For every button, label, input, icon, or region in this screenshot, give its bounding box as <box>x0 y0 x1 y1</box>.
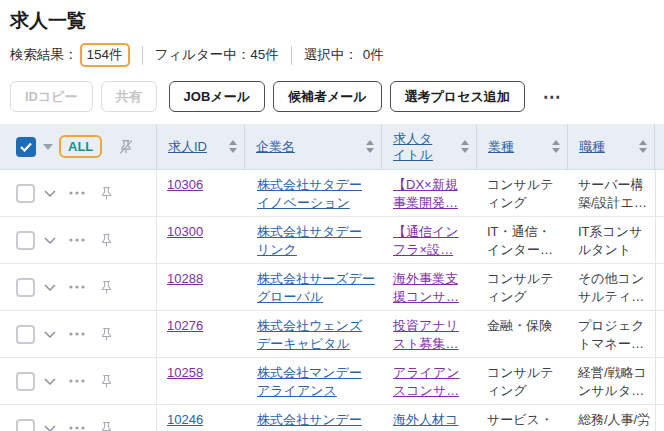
industry-cell: コンサルティング <box>477 170 568 216</box>
company-link[interactable]: 株式会社マンデーアライアンス <box>257 365 362 398</box>
share-button[interactable]: 共有 <box>101 81 157 112</box>
company-link[interactable]: 株式会社サーズデーグローバル <box>257 271 375 304</box>
candidate-mail-button[interactable]: 候補者メール <box>273 81 382 112</box>
column-header-link[interactable]: 求人タイトル <box>393 131 439 163</box>
column-header-link[interactable]: 業種 <box>488 139 514 155</box>
column-header-link[interactable]: 職種 <box>579 139 605 155</box>
row-checkbox[interactable] <box>16 325 35 344</box>
next-column-edge <box>655 170 664 216</box>
chevron-down-icon[interactable] <box>44 284 56 291</box>
job-type-cell: 総務/人事/労務/教育 <box>568 405 655 431</box>
more-icon[interactable] <box>69 238 85 242</box>
job-id-link[interactable]: 10258 <box>167 365 203 380</box>
more-actions-button[interactable]: ⋯ <box>539 92 566 102</box>
industry-cell: 金融・保険 <box>477 311 568 357</box>
industry-cell: サービス・レジャー <box>477 405 568 431</box>
table-row: 10258 株式会社マンデーアライアンス アライアンスコンサ… コンサルティング… <box>0 358 664 405</box>
job-table: ALL 求人ID 企業名 求人タイトル 業種 職種 <box>0 124 664 431</box>
table-row: 10300 株式会社サタデーリンク 【通信インフラ×設… IT・通信・インター…… <box>0 217 664 264</box>
sort-icon[interactable] <box>639 140 647 153</box>
job-mail-button[interactable]: JOBメール <box>169 81 265 112</box>
sort-icon[interactable] <box>229 140 237 153</box>
pin-icon[interactable] <box>98 232 115 249</box>
selected-count: 0件 <box>363 46 384 64</box>
table-row: 10306 株式会社サタデーイノベーション 【DX×新規事業開発… コンサルティ… <box>0 170 664 217</box>
row-checkbox[interactable] <box>16 372 35 391</box>
select-all-scope-button[interactable]: ALL <box>59 135 102 158</box>
job-id-link[interactable]: 10276 <box>167 318 203 333</box>
pin-icon[interactable] <box>98 326 115 343</box>
next-column-edge <box>655 217 664 263</box>
next-column-edge <box>655 405 664 431</box>
add-selection-process-button[interactable]: 選考プロセス追加 <box>390 81 525 112</box>
next-column-edge <box>655 311 664 357</box>
job-title-link[interactable]: 【DX×新規事業開発… <box>393 177 458 210</box>
job-id-link[interactable]: 10300 <box>167 224 203 239</box>
column-header-job-id: 求人ID <box>157 124 245 169</box>
column-header-link[interactable]: 企業名 <box>256 139 295 155</box>
row-controls <box>0 311 157 357</box>
job-type-cell: IT系コンサルタント <box>568 217 655 263</box>
company-link[interactable]: 株式会社サタデーリンク <box>257 224 362 257</box>
company-link[interactable]: 株式会社サタデーイノベーション <box>257 177 362 210</box>
industry-cell: コンサルティング <box>477 264 568 310</box>
company-link[interactable]: 株式会社ウェンズデーキャピタル <box>257 318 362 351</box>
job-id-link[interactable]: 10246 <box>167 412 203 427</box>
more-icon[interactable] <box>69 191 85 195</box>
job-title-link[interactable]: アライアンスコンサ… <box>393 365 460 398</box>
column-header-company: 企業名 <box>245 124 382 169</box>
more-icon[interactable] <box>69 426 85 430</box>
row-checkbox[interactable] <box>16 278 35 297</box>
check-icon <box>20 142 32 152</box>
sort-icon[interactable] <box>366 140 374 153</box>
job-title-link[interactable]: 海外事業支援コンサ… <box>393 271 459 304</box>
page-title: 求人一覧 <box>10 8 664 34</box>
next-column-edge <box>655 264 664 310</box>
job-id-link[interactable]: 10288 <box>167 271 203 286</box>
chevron-down-icon[interactable] <box>44 378 56 385</box>
job-title-link[interactable]: 海外人材コーディネ… <box>393 412 459 431</box>
pin-icon[interactable] <box>98 279 115 296</box>
column-header-link[interactable]: 求人ID <box>168 139 207 155</box>
unpin-all-icon[interactable] <box>117 138 135 156</box>
divider <box>142 46 143 65</box>
job-title-link[interactable]: 投資アナリスト募集… <box>393 318 459 351</box>
pin-icon[interactable] <box>98 185 115 202</box>
select-all-checkbox[interactable] <box>16 137 36 157</box>
chevron-down-icon[interactable] <box>44 331 56 338</box>
header-controls-cell: ALL <box>0 124 157 169</box>
more-icon[interactable] <box>69 379 85 383</box>
job-title-link[interactable]: 【通信インフラ×設… <box>393 224 459 257</box>
filter-label: フィルター中： <box>155 46 251 64</box>
company-link[interactable]: 株式会社サンデーグローバル <box>257 412 362 431</box>
id-copy-button[interactable]: IDコピー <box>10 81 93 112</box>
row-checkbox[interactable] <box>16 231 35 250</box>
caret-down-icon[interactable] <box>43 144 53 150</box>
column-header-industry: 業種 <box>477 124 568 169</box>
row-controls <box>0 358 157 404</box>
column-header-job-type: 職種 <box>568 124 655 169</box>
column-header-job-title: 求人タイトル <box>382 124 477 169</box>
row-controls <box>0 264 157 310</box>
sort-icon[interactable] <box>552 140 560 153</box>
more-icon[interactable] <box>69 332 85 336</box>
more-icon[interactable] <box>69 285 85 289</box>
job-type-cell: その他コンサルティ… <box>568 264 655 310</box>
row-checkbox[interactable] <box>16 184 35 203</box>
industry-cell: IT・通信・インター… <box>477 217 568 263</box>
filter-count: 45件 <box>250 46 279 64</box>
job-type-cell: 経営/戦略コンサルタ… <box>568 358 655 404</box>
table-row: 10276 株式会社ウェンズデーキャピタル 投資アナリスト募集… 金融・保険 プ… <box>0 311 664 358</box>
chevron-down-icon[interactable] <box>44 190 56 197</box>
chevron-down-icon[interactable] <box>44 237 56 244</box>
chevron-down-icon[interactable] <box>44 425 56 431</box>
search-result-count: 154件 <box>80 43 130 67</box>
pin-icon[interactable] <box>98 373 115 390</box>
job-type-cell: サーバー構築/設計エ… <box>568 170 655 216</box>
sort-icon[interactable] <box>461 140 469 153</box>
job-id-link[interactable]: 10306 <box>167 177 203 192</box>
row-checkbox[interactable] <box>16 419 35 431</box>
row-controls <box>0 217 157 263</box>
pin-icon[interactable] <box>98 420 115 431</box>
job-type-cell: プロジェクトマネー… <box>568 311 655 357</box>
